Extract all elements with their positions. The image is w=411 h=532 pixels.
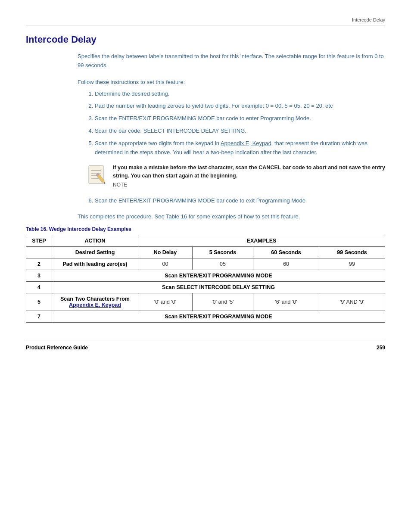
action-pad: Pad with leading zero(es) bbox=[52, 258, 138, 270]
action-scan-enter1: Scan ENTER/EXIT PROGRAMMING MODE bbox=[52, 270, 385, 282]
val-5-2: '0' and '5' bbox=[192, 293, 253, 311]
col-examples: EXAMPLES bbox=[138, 235, 385, 247]
step-1: Determine the desired setting. bbox=[95, 90, 385, 99]
appendix-e-link-table[interactable]: Appendix E, Keypad bbox=[69, 302, 121, 308]
table-caption: Table 16. Wedge Intercode Delay Examples bbox=[26, 226, 385, 232]
col-ex-60sec: 60 Seconds bbox=[253, 247, 319, 258]
table-header-row: STEP ACTION EXAMPLES bbox=[26, 235, 385, 247]
page-container: Intercode Delay Intercode Delay Specifie… bbox=[0, 0, 411, 376]
col-step-blank bbox=[26, 247, 52, 258]
section-title: Intercode Delay bbox=[352, 17, 385, 22]
col-action-desired: Desired Setting bbox=[52, 247, 138, 258]
step-num-4: 4 bbox=[26, 282, 52, 293]
footer: Product Reference Guide 259 bbox=[26, 340, 385, 351]
top-bar: Intercode Delay bbox=[26, 17, 385, 25]
examples-table: STEP ACTION EXAMPLES Desired Setting No … bbox=[26, 235, 385, 323]
val-5-1: '0' and '0' bbox=[138, 293, 193, 311]
intro-text: Specifies the delay between labels trans… bbox=[78, 52, 385, 70]
step-num-2: 2 bbox=[26, 258, 52, 270]
appendix-e-link-step5[interactable]: Appendix E, Keypad bbox=[221, 140, 271, 146]
note-icon bbox=[86, 164, 107, 186]
val-5-4: '9' AND '9' bbox=[319, 293, 385, 311]
step-num-3: 3 bbox=[26, 270, 52, 282]
table-row-scan1: 3 Scan ENTER/EXIT PROGRAMMING MODE bbox=[26, 270, 385, 282]
step-4: Scan the bar code: SELECT INTERCODE DELA… bbox=[95, 127, 385, 136]
table-row-chars: 5 Scan Two Characters From Appendix E, K… bbox=[26, 293, 385, 311]
completes-text: This completes the procedure. See Table … bbox=[78, 212, 385, 221]
val-2-2: 05 bbox=[192, 258, 253, 270]
table-row-scan2: 4 Scan SELECT INTERCODE DELAY SETTING bbox=[26, 282, 385, 293]
note-label: NOTE bbox=[113, 182, 385, 188]
table-subheader-row: Desired Setting No Delay 5 Seconds 60 Se… bbox=[26, 247, 385, 258]
val-5-3: '6' and '0' bbox=[253, 293, 319, 311]
step-6: Scan the ENTER/EXIT PROGRAMMING MODE bar… bbox=[95, 196, 385, 205]
page-title: Intercode Delay bbox=[26, 34, 385, 45]
steps-list: Determine the desired setting. Pad the n… bbox=[86, 90, 385, 157]
step-num-7: 7 bbox=[26, 311, 52, 323]
col-ex-nodelay: No Delay bbox=[138, 247, 193, 258]
val-2-1: 00 bbox=[138, 258, 193, 270]
col-ex-5sec: 5 Seconds bbox=[192, 247, 253, 258]
footer-right: 259 bbox=[377, 345, 385, 351]
col-step: STEP bbox=[26, 235, 52, 247]
note-text-block: If you make a mistake before the last ch… bbox=[113, 164, 385, 188]
val-2-3: 60 bbox=[253, 258, 319, 270]
steps-list-cont: Scan the ENTER/EXIT PROGRAMMING MODE bar… bbox=[86, 196, 385, 205]
footer-left: Product Reference Guide bbox=[26, 345, 88, 351]
step-5: Scan the appropriate two digits from the… bbox=[95, 139, 385, 157]
step-3: Scan the ENTER/EXIT PROGRAMMING MODE bar… bbox=[95, 114, 385, 123]
val-2-4: 99 bbox=[319, 258, 385, 270]
step-2: Pad the number with leading zeroes to yi… bbox=[95, 102, 385, 111]
note-text: If you make a mistake before the last ch… bbox=[113, 164, 385, 180]
col-ex-99sec: 99 Seconds bbox=[319, 247, 385, 258]
table-row: 2 Pad with leading zero(es) 00 05 60 99 bbox=[26, 258, 385, 270]
table-row-scan3: 7 Scan ENTER/EXIT PROGRAMMING MODE bbox=[26, 311, 385, 323]
action-scan-select: Scan SELECT INTERCODE DELAY SETTING bbox=[52, 282, 385, 293]
step-num-5: 5 bbox=[26, 293, 52, 311]
action-scan-enter2: Scan ENTER/EXIT PROGRAMMING MODE bbox=[52, 311, 385, 323]
col-action: ACTION bbox=[52, 235, 138, 247]
note-box: If you make a mistake before the last ch… bbox=[86, 164, 385, 188]
table16-link[interactable]: Table 16 bbox=[166, 213, 187, 220]
follow-instructions-text: Follow these instructions to set this fe… bbox=[78, 79, 385, 85]
action-scan-chars: Scan Two Characters From Appendix E, Key… bbox=[52, 293, 138, 311]
